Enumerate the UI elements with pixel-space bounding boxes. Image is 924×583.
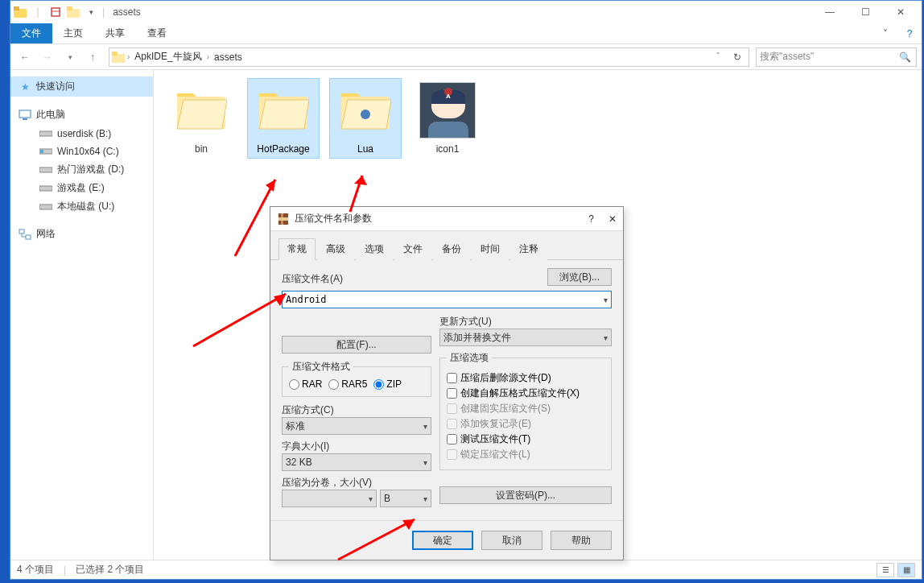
pc-icon	[19, 109, 31, 122]
file-label: Lua	[333, 143, 398, 155]
dialog-title: 压缩文件名和参数	[295, 212, 372, 225]
properties-icon[interactable]	[49, 6, 62, 19]
help-icon[interactable]: ?	[897, 23, 922, 43]
dropdown-history-icon[interactable]: ˅	[708, 52, 728, 63]
search-box[interactable]: 搜索"assets" 🔍	[756, 48, 917, 67]
option-lock: 锁定压缩文件(L)	[447, 448, 604, 461]
svg-rect-13	[39, 167, 52, 172]
option-test[interactable]: 测试压缩文件(T)	[447, 432, 604, 446]
image-thumbnail: A	[419, 82, 476, 139]
option-sfx[interactable]: 创建自解压格式压缩文件(X)	[447, 387, 604, 400]
chevron-right-icon[interactable]: ›	[127, 52, 130, 61]
sidebar-this-pc[interactable]: 此电脑	[10, 105, 153, 125]
ok-button[interactable]: 确定	[412, 531, 473, 550]
method-label: 压缩方式(C)	[282, 404, 334, 416]
sidebar-drive[interactable]: 本地磁盘 (U:)	[10, 197, 153, 216]
split-size-select[interactable]: ▾	[282, 490, 377, 507]
view-details-icon[interactable]: ☰	[877, 563, 894, 577]
svg-rect-12	[40, 150, 43, 153]
chevron-down-icon: ▾	[604, 333, 608, 342]
file-item-folder[interactable]: bin	[165, 78, 237, 159]
breadcrumb-controls: ˅ ↻	[708, 52, 747, 63]
svg-rect-7	[112, 52, 118, 56]
ribbon: 文件 主页 共享 查看 ˅ ?	[10, 23, 922, 44]
navbar: ← → ▾ ↑ › ApkIDE_牛旋风 › assets ˅ ↻ 搜索"ass…	[10, 44, 922, 70]
archive-name-input[interactable]	[286, 294, 604, 305]
sidebar-drive[interactable]: userdisk (B:)	[10, 125, 153, 143]
dialog-help-icon[interactable]: ?	[588, 213, 594, 225]
sidebar-drive[interactable]: 游戏盘 (E:)	[10, 179, 153, 197]
sidebar-drive[interactable]: 热门游戏盘 (D:)	[10, 160, 153, 179]
tab-share[interactable]: 共享	[94, 23, 136, 43]
split-unit-select[interactable]: B▾	[380, 490, 431, 507]
update-label: 更新方式(U)	[439, 316, 492, 327]
radio-rar[interactable]: RAR	[289, 378, 322, 390]
dialog-tab[interactable]: 备份	[433, 238, 470, 260]
format-fieldset: 压缩文件格式 RAR RAR5 ZIP	[282, 360, 431, 397]
dialog-tab[interactable]: 时间	[472, 238, 509, 260]
recent-dropdown-icon[interactable]: ▾	[60, 48, 80, 67]
file-item-image[interactable]: A icon1	[411, 78, 484, 159]
dialog-tab[interactable]: 选项	[356, 238, 393, 260]
svg-rect-16	[19, 229, 24, 234]
dict-select[interactable]: 32 KB▾	[282, 453, 431, 471]
view-large-icon[interactable]: ▦	[897, 563, 915, 577]
sidebar-label: 快速访问	[36, 80, 75, 93]
chevron-down-icon: ▾	[423, 458, 427, 467]
sidebar-network[interactable]: 网络	[10, 224, 153, 244]
svg-point-23	[361, 110, 370, 119]
chevron-down-icon[interactable]: ▾	[604, 296, 608, 304]
search-icon[interactable]: 🔍	[899, 52, 911, 63]
minimize-button[interactable]: —	[812, 1, 848, 23]
dialog-tab[interactable]: 高级	[317, 238, 354, 260]
sidebar: ★ 快速访问 此电脑 userdisk (B:) Win10x64 (C:) 热…	[10, 70, 154, 560]
archive-name-combo[interactable]: ▾	[282, 291, 612, 308]
file-item-folder[interactable]: Lua	[329, 78, 402, 159]
maximize-button[interactable]: ☐	[848, 1, 883, 23]
tab-home[interactable]: 主页	[52, 23, 94, 43]
options-legend: 压缩选项	[447, 351, 492, 365]
breadcrumb[interactable]: › ApkIDE_牛旋风 › assets ˅ ↻	[109, 48, 749, 67]
update-select[interactable]: 添加并替换文件▾	[439, 329, 612, 346]
drive-icon	[39, 201, 52, 213]
dialog-tab[interactable]: 注释	[510, 238, 547, 260]
help-button[interactable]: 帮助	[551, 531, 612, 550]
sidebar-quick-access[interactable]: ★ 快速访问	[10, 76, 153, 97]
browse-button[interactable]: 浏览(B)...	[547, 268, 612, 286]
dialog-tab[interactable]: 常规	[278, 238, 316, 260]
folder-icon	[337, 82, 394, 139]
drive-icon	[39, 127, 52, 140]
close-button[interactable]: ✕	[883, 1, 918, 23]
refresh-icon[interactable]: ↻	[728, 52, 747, 63]
chevron-right-icon[interactable]: ›	[207, 52, 209, 61]
ribbon-expand-icon[interactable]: ˅	[873, 23, 897, 43]
tab-view[interactable]: 查看	[136, 23, 178, 43]
back-button[interactable]: ←	[15, 48, 35, 67]
network-icon	[19, 228, 31, 241]
dialog-tab[interactable]: 文件	[394, 238, 431, 260]
radio-zip[interactable]: ZIP	[373, 378, 402, 390]
cancel-button[interactable]: 取消	[481, 531, 542, 550]
open-folder-icon[interactable]	[67, 6, 80, 19]
sidebar-drive[interactable]: Win10x64 (C:)	[10, 143, 153, 160]
option-delete-source[interactable]: 压缩后删除源文件(D)	[447, 371, 604, 385]
radio-rar5[interactable]: RAR5	[328, 378, 367, 390]
dialog-close-icon[interactable]: ✕	[608, 213, 617, 225]
drive-icon	[39, 145, 52, 158]
forward-button[interactable]: →	[38, 48, 57, 67]
method-select[interactable]: 标准▾	[282, 417, 431, 435]
password-button[interactable]: 设置密码(P)...	[439, 486, 612, 504]
statusbar: 4 个项目 | 已选择 2 个项目 ☰ ▦	[10, 560, 922, 579]
chevron-down-icon: ▾	[423, 422, 427, 431]
breadcrumb-part[interactable]: ApkIDE_牛旋风	[131, 50, 204, 64]
up-button[interactable]: ↑	[83, 48, 102, 67]
svg-rect-26	[278, 217, 288, 221]
file-item-folder[interactable]: HotPackage	[247, 78, 320, 159]
rar-icon	[277, 213, 290, 225]
chevron-down-icon[interactable]: ▾	[85, 6, 97, 19]
folder-icon	[111, 50, 126, 64]
file-tab[interactable]: 文件	[10, 23, 52, 43]
window-title: assets	[113, 6, 141, 18]
breadcrumb-part[interactable]: assets	[211, 52, 245, 63]
config-button[interactable]: 配置(F)...	[282, 336, 431, 354]
